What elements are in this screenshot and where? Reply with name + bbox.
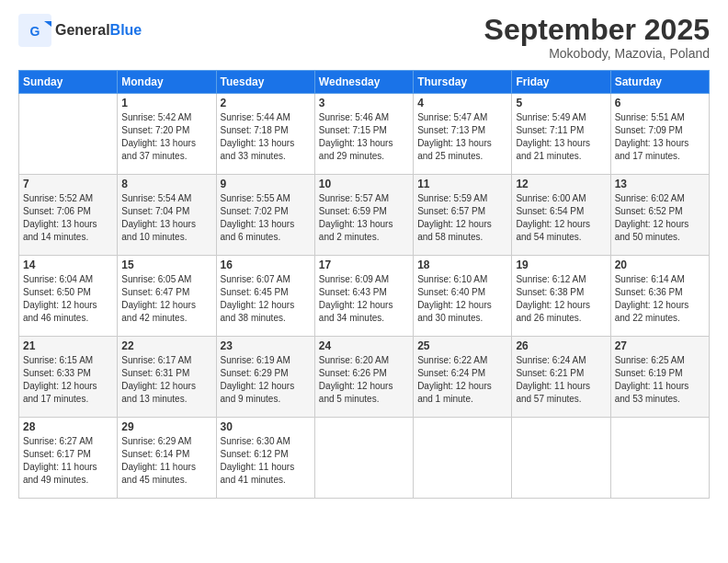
table-row: 1Sunrise: 5:42 AMSunset: 7:20 PMDaylight… [118,94,216,175]
day-info: and 42 minutes. [121,312,211,325]
day-info: Sunset: 6:47 PM [121,286,211,299]
day-info: Daylight: 12 hours [417,218,507,231]
logo-blue: Blue [110,22,142,38]
day-info: and 45 minutes. [121,474,211,487]
day-number: 8 [121,178,211,190]
day-info: Daylight: 13 hours [121,218,211,231]
day-number: 26 [516,339,606,352]
day-info: and 17 minutes. [615,150,705,163]
day-info: and 22 minutes. [615,312,705,325]
day-number: 15 [121,259,211,271]
table-row: 12Sunrise: 6:00 AMSunset: 6:54 PMDayligh… [512,175,610,256]
calendar-week-row: 1Sunrise: 5:42 AMSunset: 7:20 PMDaylight… [19,94,710,175]
table-row: 19Sunrise: 6:12 AMSunset: 6:38 PMDayligh… [512,256,610,337]
day-info: Daylight: 13 hours [319,137,409,150]
day-number: 7 [23,178,113,190]
table-row: 30Sunrise: 6:30 AMSunset: 6:12 PMDayligh… [216,418,314,499]
table-row: 5Sunrise: 5:49 AMSunset: 7:11 PMDaylight… [512,94,610,175]
day-info: Sunrise: 5:51 AM [615,111,705,124]
day-info: Sunset: 6:24 PM [417,367,507,380]
day-info: and 50 minutes. [615,231,705,244]
day-info: Sunset: 6:33 PM [23,367,113,380]
calendar-week-row: 14Sunrise: 6:04 AMSunset: 6:50 PMDayligh… [19,256,710,337]
day-info: and 46 minutes. [23,312,113,325]
day-info: Daylight: 13 hours [121,137,211,150]
day-info: Sunset: 6:38 PM [516,286,606,299]
svg-text:G: G [30,24,40,39]
day-info: and 25 minutes. [417,150,507,163]
day-number: 27 [615,339,705,352]
day-info: and 26 minutes. [516,312,606,325]
day-info: Daylight: 11 hours [221,461,311,474]
day-info: Sunrise: 6:02 AM [615,192,705,205]
day-info: Sunset: 6:54 PM [516,205,606,218]
day-info: Sunset: 7:04 PM [121,205,211,218]
day-info: Daylight: 12 hours [319,299,409,312]
day-number: 25 [417,339,507,352]
table-row: 8Sunrise: 5:54 AMSunset: 7:04 PMDaylight… [118,175,216,256]
day-info: and 57 minutes. [516,393,606,406]
table-row: 23Sunrise: 6:19 AMSunset: 6:29 PMDayligh… [216,337,314,418]
day-info: and 41 minutes. [221,474,311,487]
day-info: Daylight: 11 hours [121,461,211,474]
day-info: Daylight: 12 hours [121,380,211,393]
table-row: 18Sunrise: 6:10 AMSunset: 6:40 PMDayligh… [414,256,512,337]
day-info: Sunrise: 5:52 AM [23,192,113,205]
table-row: 26Sunrise: 6:24 AMSunset: 6:21 PMDayligh… [512,337,610,418]
day-number: 23 [221,339,311,352]
day-info: and 37 minutes. [121,150,211,163]
day-info: Sunrise: 6:07 AM [221,273,311,286]
day-info: Daylight: 12 hours [417,380,507,393]
day-number: 20 [615,259,705,271]
table-row: 27Sunrise: 6:25 AMSunset: 6:19 PMDayligh… [610,337,709,418]
day-info: Sunrise: 6:10 AM [417,273,507,286]
day-info: Sunrise: 5:47 AM [417,111,507,124]
day-info: and 1 minute. [417,393,507,406]
day-info: and 29 minutes. [319,150,409,163]
day-info: Daylight: 13 hours [221,218,311,231]
day-number: 6 [615,97,705,109]
col-sunday: Sunday [19,71,118,94]
day-info: Daylight: 12 hours [319,380,409,393]
day-info: Sunrise: 6:29 AM [121,435,211,448]
day-info: Sunset: 7:20 PM [121,124,211,137]
col-monday: Monday [118,71,216,94]
day-info: Sunset: 7:18 PM [221,124,311,137]
table-row [314,418,413,499]
day-info: Sunset: 6:57 PM [417,205,507,218]
day-info: Sunrise: 6:20 AM [319,354,409,367]
day-info: Daylight: 13 hours [319,218,409,231]
day-info: Sunset: 6:36 PM [615,286,705,299]
day-info: and 30 minutes. [417,312,507,325]
day-info: Daylight: 12 hours [23,299,113,312]
day-number: 14 [23,259,113,271]
day-info: Sunset: 6:40 PM [417,286,507,299]
day-info: and 58 minutes. [417,231,507,244]
day-info: Sunset: 7:13 PM [417,124,507,137]
day-info: Sunset: 6:31 PM [121,367,211,380]
day-info: and 54 minutes. [516,231,606,244]
day-info: Daylight: 11 hours [615,380,705,393]
day-info: Sunset: 6:43 PM [319,286,409,299]
day-info: Sunset: 6:45 PM [221,286,311,299]
day-number: 16 [221,259,311,271]
day-info: Sunrise: 5:44 AM [221,111,311,124]
day-number: 18 [417,259,507,271]
table-row: 6Sunrise: 5:51 AMSunset: 7:09 PMDaylight… [610,94,709,175]
day-info: Sunset: 6:52 PM [615,205,705,218]
day-info: Sunrise: 5:54 AM [121,192,211,205]
day-info: Sunrise: 6:00 AM [516,192,606,205]
day-info: Sunrise: 5:42 AM [121,111,211,124]
day-info: and 10 minutes. [121,231,211,244]
table-row [610,418,709,499]
day-info: and 33 minutes. [221,150,311,163]
day-info: and 21 minutes. [516,150,606,163]
calendar-table: Sunday Monday Tuesday Wednesday Thursday… [18,70,710,499]
day-info: and 17 minutes. [23,393,113,406]
day-info: Sunrise: 6:19 AM [221,354,311,367]
day-info: Sunset: 6:17 PM [23,448,113,461]
table-row: 14Sunrise: 6:04 AMSunset: 6:50 PMDayligh… [19,256,118,337]
table-row: 25Sunrise: 6:22 AMSunset: 6:24 PMDayligh… [414,337,512,418]
day-number: 2 [221,97,311,109]
day-info: and 38 minutes. [221,312,311,325]
